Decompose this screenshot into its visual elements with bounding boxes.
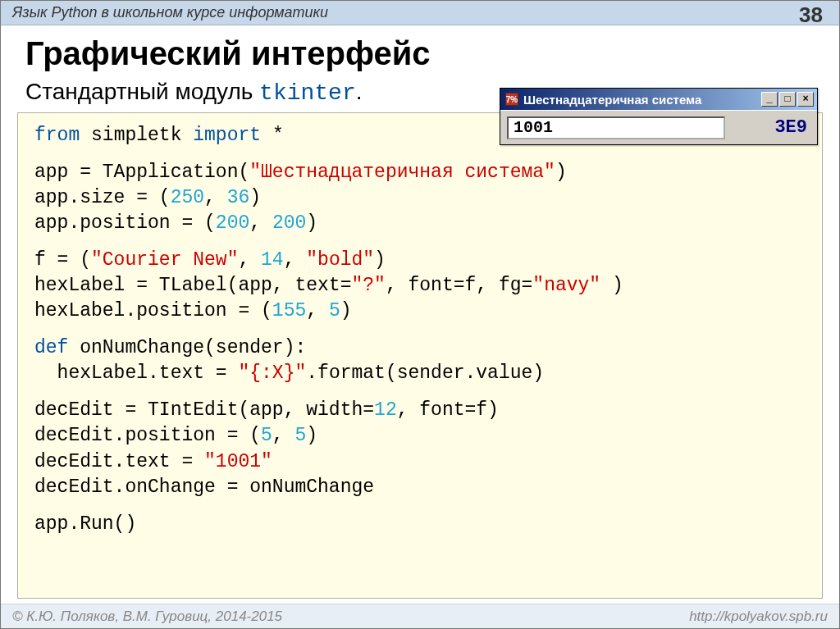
slide: Язык Python в школьном курсе информатики… <box>0 0 840 629</box>
code-str: "Шестнадцатеричная система" <box>249 162 555 183</box>
code-text: .format(sender.value) <box>306 362 544 384</box>
code-str: "?" <box>351 275 385 296</box>
code-text: , <box>284 249 307 271</box>
code-text: ) <box>374 249 386 271</box>
code-text: hexLabel.text = <box>34 362 238 384</box>
code-text: , <box>249 212 272 234</box>
decimal-input[interactable]: 1001 <box>507 116 725 139</box>
footer-url: http://kpolyakov.spb.ru <box>689 608 828 625</box>
code-text: decEdit.onChange = onNumChange <box>34 476 374 498</box>
code-text: ) <box>306 212 317 234</box>
code-text: app = TApplication( <box>34 162 249 183</box>
code-num: 155 <box>272 300 306 321</box>
code-block: from simpletk import * app = TApplicatio… <box>17 112 823 599</box>
code-text: decEdit.position = ( <box>34 425 261 446</box>
code-kw: from <box>34 125 80 146</box>
code-str: "Courier New" <box>91 249 238 271</box>
code-paragraph-6: app.Run() <box>34 512 806 537</box>
tk-window: 7% Шестнадцатеричная система _ □ × 1001 … <box>500 88 818 145</box>
code-kw: def <box>34 337 68 358</box>
decimal-input-value: 1001 <box>514 118 553 137</box>
tk-titlebar: 7% Шестнадцатеричная система _ □ × <box>500 89 817 110</box>
code-text: decEdit.text = <box>34 451 204 472</box>
slide-title: Графический интерфейс <box>1 25 839 74</box>
tk-app-icon-text: 7% <box>506 95 518 104</box>
code-str: "navy" <box>532 275 600 296</box>
header-subject: Язык Python в школьном курсе информатики <box>12 4 328 21</box>
window-buttons: _ □ × <box>761 92 814 107</box>
code-text: , <box>272 425 295 446</box>
code-paragraph-3: f = ("Courier New", 14, "bold") hexLabel… <box>34 248 806 324</box>
code-num: 36 <box>227 187 250 208</box>
code-num: 12 <box>374 399 397 421</box>
tk-app-icon: 7% <box>505 93 518 106</box>
code-text: onNumChange(sender): <box>68 337 306 358</box>
code-text: , font=f, fg= <box>386 275 532 296</box>
code-num: 200 <box>272 212 306 234</box>
code-text: ) <box>600 275 623 296</box>
subtitle-prefix: Стандартный модуль <box>25 79 259 104</box>
code-str: "1001" <box>204 451 272 472</box>
code-text: simpletk <box>80 125 193 146</box>
code-paragraph-2: app = TApplication("Шестнадцатеричная си… <box>34 160 806 236</box>
tk-body: 1001 3E9 <box>500 110 817 144</box>
code-text: ) <box>555 162 567 183</box>
code-num: 5 <box>294 425 306 446</box>
code-num: 250 <box>171 187 204 208</box>
maximize-button[interactable]: □ <box>779 92 796 107</box>
close-icon: × <box>802 93 808 105</box>
code-str: "{:X}" <box>238 362 306 384</box>
minimize-icon: _ <box>766 93 772 105</box>
subtitle-suffix: . <box>356 79 363 104</box>
code-text: ) <box>306 425 317 446</box>
footer-bar: © К.Ю. Поляков, В.М. Гуровиц, 2014-2015 … <box>1 604 839 628</box>
code-text: app.Run() <box>34 513 136 535</box>
tk-window-title: Шестнадцатеричная система <box>523 93 761 107</box>
code-paragraph-4: def onNumChange(sender): hexLabel.text =… <box>34 335 806 386</box>
code-num: 14 <box>261 249 284 271</box>
code-num: 5 <box>329 300 340 321</box>
code-paragraph-5: decEdit = TIntEdit(app, width=12, font=f… <box>34 398 806 499</box>
page-number: 38 <box>799 2 823 28</box>
code-text: app.size = ( <box>34 187 171 208</box>
code-text: ) <box>249 187 261 208</box>
footer-copyright: © К.Ю. Поляков, В.М. Гуровиц, 2014-2015 <box>12 608 282 625</box>
minimize-button[interactable]: _ <box>761 92 778 107</box>
close-button[interactable]: × <box>797 92 814 107</box>
code-text: app.position = ( <box>34 212 216 234</box>
code-text: f = ( <box>34 249 91 271</box>
header-bar: Язык Python в школьном курсе информатики… <box>1 1 839 25</box>
code-text: ) <box>340 300 352 321</box>
code-num: 5 <box>261 425 272 446</box>
code-str: "bold" <box>306 249 374 271</box>
code-text: , <box>238 249 261 271</box>
subtitle-module: tkinter <box>259 80 356 106</box>
code-num: 200 <box>216 212 249 234</box>
code-text: , font=f) <box>397 399 499 421</box>
code-text: , <box>306 300 329 321</box>
code-text: hexLabel = TLabel(app, text= <box>34 275 351 296</box>
code-text: decEdit = TIntEdit(app, width= <box>34 399 374 421</box>
maximize-icon: □ <box>784 93 790 105</box>
code-kw: import <box>193 125 261 146</box>
hex-output: 3E9 <box>737 117 810 138</box>
code-text: , <box>204 187 227 208</box>
code-text: * <box>261 125 284 146</box>
code-text: hexLabel.position = ( <box>34 300 272 321</box>
